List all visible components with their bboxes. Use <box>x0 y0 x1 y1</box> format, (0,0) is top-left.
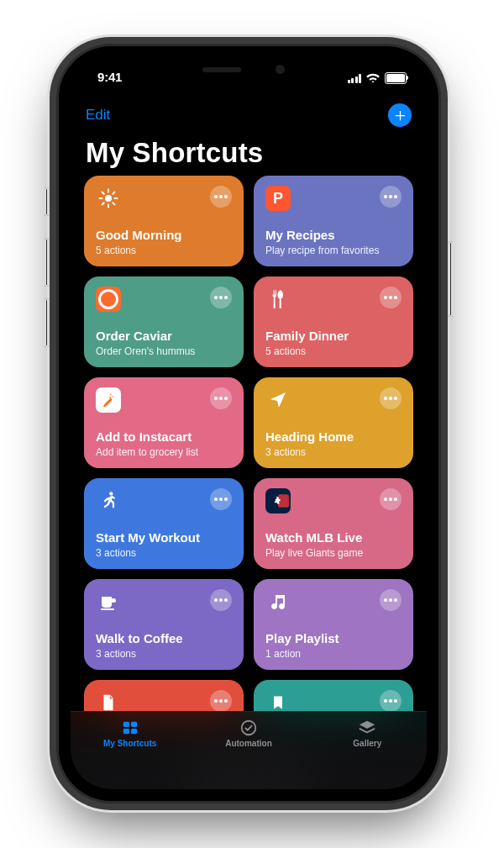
shortcut-card[interactable]: Add to Instacart Add item to grocery lis… <box>84 377 244 468</box>
status-time: 9:41 <box>97 70 122 84</box>
card-more-button[interactable] <box>380 387 402 409</box>
shortcut-subtitle: Play live Giants game <box>265 547 402 559</box>
shortcut-card[interactable]: Start My Workout 3 actions <box>84 478 244 569</box>
stack-icon <box>356 719 378 737</box>
card-more-button[interactable] <box>210 387 232 409</box>
tab-automation[interactable]: Automation <box>207 719 291 748</box>
shortcut-subtitle: Order Oren's hummus <box>96 345 232 357</box>
shortcut-card[interactable]: Watch MLB Live Play live Giants game <box>254 478 413 569</box>
page-title: My Shortcuts <box>86 137 412 169</box>
shortcut-title: Add to Instacart <box>96 429 232 445</box>
shortcut-card[interactable]: Walk to Coffee 3 actions <box>84 579 244 670</box>
svg-rect-14 <box>131 722 137 727</box>
sun-icon <box>96 186 121 211</box>
shortcut-subtitle: Play recipe from favorites <box>265 245 402 256</box>
shortcut-title: Start My Workout <box>96 530 232 545</box>
svg-point-0 <box>105 195 112 202</box>
card-more-button[interactable] <box>380 186 402 208</box>
shortcut-title: Order Caviar <box>96 329 232 344</box>
mug-icon <box>96 589 121 614</box>
shortcut-card[interactable]: P My Recipes Play recipe from favorites <box>254 176 413 266</box>
volume-up-button <box>45 238 49 287</box>
card-more-button[interactable] <box>210 287 232 308</box>
card-more-button[interactable] <box>210 488 232 510</box>
cellular-icon <box>348 74 362 83</box>
wifi-icon <box>366 71 380 86</box>
status-indicators <box>348 71 407 86</box>
tab-label: My Shortcuts <box>103 739 156 748</box>
card-more-button[interactable] <box>210 186 232 208</box>
svg-point-17 <box>242 721 256 735</box>
shortcut-card[interactable]: Heading Home 3 actions <box>254 377 413 468</box>
tiles-icon <box>119 719 141 737</box>
P-icon: P <box>265 186 291 211</box>
carrot-icon <box>96 387 121 413</box>
svg-line-5 <box>102 192 104 194</box>
shortcut-title: Heading Home <box>265 429 402 445</box>
battery-icon <box>385 72 407 84</box>
nav-arrow-icon <box>265 387 291 413</box>
shortcut-subtitle: 5 actions <box>265 345 402 357</box>
tab-my-shortcuts[interactable]: My Shortcuts <box>88 719 172 748</box>
phone-frame: 9:41 Edit My Shortcuts Good Morn <box>59 46 438 801</box>
mute-switch <box>45 187 49 216</box>
shortcut-card[interactable]: Family Dinner 5 actions <box>254 277 413 367</box>
volume-down-button <box>45 298 49 347</box>
svg-rect-16 <box>131 729 137 734</box>
shortcut-subtitle: Add item to grocery list <box>96 446 232 458</box>
shortcut-subtitle: 1 action <box>265 648 402 660</box>
add-shortcut-button[interactable] <box>388 103 412 127</box>
runner-icon <box>96 488 121 514</box>
svg-rect-12 <box>101 608 114 610</box>
shortcut-title: Play Playlist <box>265 631 402 646</box>
shortcut-title: Family Dinner <box>265 329 402 344</box>
mlb-icon <box>265 488 291 514</box>
card-more-button[interactable] <box>380 690 402 712</box>
edit-button[interactable]: Edit <box>86 107 110 124</box>
shortcut-card[interactable]: Good Morning 5 actions <box>84 176 244 266</box>
shortcut-title: Good Morning <box>96 228 232 243</box>
shortcut-subtitle: 5 actions <box>96 245 232 256</box>
shortcut-subtitle: 3 actions <box>265 446 402 458</box>
shortcut-title: My Recipes <box>265 228 402 243</box>
C-icon <box>96 287 121 312</box>
card-more-button[interactable] <box>380 287 402 308</box>
music-icon <box>265 589 291 614</box>
nav-bar: Edit <box>71 97 427 134</box>
shortcut-subtitle: 3 actions <box>96 547 232 559</box>
card-more-button[interactable] <box>210 589 232 611</box>
card-more-button[interactable] <box>380 589 402 611</box>
tab-label: Gallery <box>353 739 381 748</box>
screen: 9:41 Edit My Shortcuts Good Morn <box>71 58 427 789</box>
shortcut-title: Walk to Coffee <box>96 631 232 646</box>
svg-point-9 <box>109 492 113 495</box>
tab-bar: My Shortcuts Automation Gallery <box>71 711 427 789</box>
side-button <box>449 241 453 317</box>
shortcut-card[interactable]: Play Playlist 1 action <box>254 579 413 670</box>
card-more-button[interactable] <box>380 488 402 510</box>
card-more-button[interactable] <box>210 690 232 712</box>
svg-line-8 <box>113 192 114 194</box>
notch <box>165 58 332 82</box>
svg-rect-13 <box>123 722 129 727</box>
tab-label: Automation <box>225 739 272 748</box>
svg-rect-15 <box>123 729 129 734</box>
shortcut-title: Watch MLB Live <box>265 530 402 545</box>
shortcut-grid: Good Morning 5 actions P My Recipes Play… <box>71 176 427 719</box>
shortcut-card[interactable]: Order Caviar Order Oren's hummus <box>84 277 244 367</box>
check-circle-icon <box>238 719 260 737</box>
svg-line-7 <box>102 203 104 204</box>
shortcut-scroll[interactable]: Good Morning 5 actions P My Recipes Play… <box>71 176 427 719</box>
svg-line-6 <box>113 203 114 204</box>
shortcut-subtitle: 3 actions <box>96 648 232 660</box>
knife-fork-icon <box>265 287 291 312</box>
tab-gallery[interactable]: Gallery <box>325 719 409 748</box>
